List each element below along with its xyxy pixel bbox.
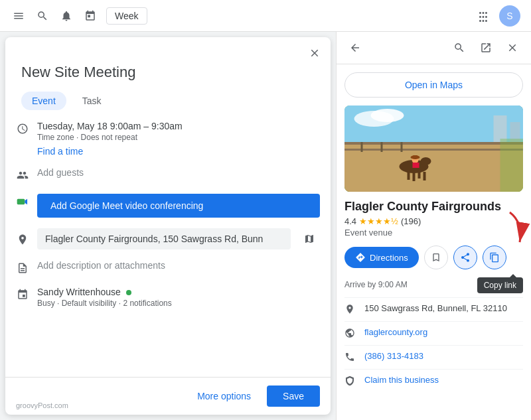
close-button[interactable] bbox=[304, 42, 325, 64]
open-in-maps-button[interactable]: Open in Maps bbox=[344, 72, 523, 98]
map-expand-icon[interactable] bbox=[299, 228, 320, 249]
svg-rect-24 bbox=[494, 115, 507, 142]
maps-header bbox=[337, 32, 531, 64]
close-maps-icon[interactable] bbox=[502, 37, 523, 58]
event-panel-header bbox=[5, 37, 331, 64]
bookmark-button[interactable] bbox=[424, 245, 448, 269]
calendar-icon[interactable] bbox=[82, 8, 98, 24]
calendar-content: Sandy Writtenhouse Busy · Default visibi… bbox=[37, 287, 320, 308]
phone-row: (386) 313-4183 bbox=[344, 345, 523, 369]
save-button[interactable]: Save bbox=[267, 385, 320, 407]
phone-text[interactable]: (386) 313-4183 bbox=[364, 351, 423, 361]
venue-actions: Directions bbox=[344, 245, 523, 269]
back-icon[interactable] bbox=[344, 37, 366, 58]
meet-icon bbox=[16, 195, 29, 208]
datetime-row: Tuesday, May 18 9:00am – 9:30am Time zon… bbox=[5, 115, 331, 162]
main-area: New Site Meeting Event Task Tuesday, May… bbox=[0, 32, 531, 420]
phone-icon bbox=[344, 352, 356, 364]
description-icon bbox=[16, 261, 29, 275]
svg-point-3 bbox=[371, 109, 404, 122]
add-guests-text[interactable]: Add guests bbox=[37, 167, 320, 178]
rating-count: (196) bbox=[401, 216, 421, 226]
tab-event[interactable]: Event bbox=[21, 92, 66, 110]
more-options-button[interactable]: More options bbox=[187, 385, 262, 407]
svg-point-12 bbox=[421, 157, 431, 165]
meet-row: Add Google Meet video conferencing bbox=[5, 188, 331, 223]
clock-icon bbox=[16, 122, 29, 135]
svg-rect-16 bbox=[418, 172, 421, 178]
menu-icon[interactable] bbox=[11, 8, 27, 24]
guests-content: Add guests bbox=[37, 167, 320, 178]
svg-rect-13 bbox=[427, 159, 429, 164]
red-arrow bbox=[496, 209, 530, 251]
svg-rect-8 bbox=[361, 142, 363, 152]
address-row: 150 Sawgrass Rd, Bunnell, FL 32110 bbox=[344, 297, 523, 321]
description-text[interactable]: Add description or attachments bbox=[37, 260, 320, 271]
top-bar: Week S bbox=[0, 0, 531, 32]
website-icon bbox=[344, 328, 356, 340]
maps-content: Open in Maps bbox=[337, 64, 531, 420]
notification-icon[interactable] bbox=[58, 8, 74, 24]
address-icon bbox=[344, 304, 356, 316]
website-row: flaglercounty.org bbox=[344, 321, 523, 345]
datetime-content: Tuesday, May 18 9:00am – 9:30am Time zon… bbox=[37, 121, 320, 157]
svg-rect-9 bbox=[381, 142, 383, 152]
calendar-small-icon bbox=[16, 288, 29, 301]
svg-rect-0 bbox=[17, 199, 25, 204]
guests-icon bbox=[16, 169, 29, 182]
maps-panel: Open in Maps bbox=[336, 32, 531, 420]
search-maps-icon[interactable] bbox=[449, 37, 470, 58]
week-selector[interactable]: Week bbox=[106, 7, 147, 25]
event-timezone: Time zone · Does not repeat bbox=[37, 133, 320, 142]
svg-rect-26 bbox=[500, 139, 524, 192]
share-button[interactable] bbox=[453, 245, 477, 269]
svg-rect-19 bbox=[413, 163, 419, 168]
venue-image bbox=[344, 105, 523, 192]
location-text[interactable]: Flagler County Fairgrounds, 150 Sawgrass… bbox=[37, 228, 291, 249]
search-icon[interactable] bbox=[35, 8, 50, 24]
event-tabs: Event Task bbox=[5, 92, 331, 110]
calendar-row: Sandy Writtenhouse Busy · Default visibi… bbox=[5, 281, 331, 313]
location-row: Flagler County Fairgrounds, 150 Sawgrass… bbox=[5, 223, 331, 255]
svg-rect-17 bbox=[423, 172, 426, 180]
svg-rect-14 bbox=[408, 172, 410, 180]
copy-link-tooltip: Copy link bbox=[477, 277, 523, 293]
location-icon bbox=[16, 233, 29, 246]
svg-rect-15 bbox=[413, 172, 416, 181]
tab-task[interactable]: Task bbox=[72, 92, 112, 110]
directions-label: Directions bbox=[370, 253, 408, 263]
watermark: groovyPost.com bbox=[16, 401, 68, 409]
meet-content: Add Google Meet video conferencing bbox=[37, 194, 320, 218]
add-meet-button[interactable]: Add Google Meet video conferencing bbox=[37, 194, 320, 218]
address-text: 150 Sawgrass Rd, Bunnell, FL 32110 bbox=[364, 303, 507, 313]
grid-icon[interactable] bbox=[475, 8, 491, 24]
svg-rect-6 bbox=[344, 149, 523, 151]
event-title: New Site Meeting bbox=[5, 64, 331, 92]
calendar-detail: Busy · Default visibility · 2 notificati… bbox=[37, 299, 320, 308]
rating-stars: ★★★★½ bbox=[359, 216, 398, 226]
directions-button[interactable]: Directions bbox=[344, 247, 419, 268]
svg-rect-5 bbox=[344, 142, 523, 145]
find-time-link[interactable]: Find a time bbox=[37, 146, 320, 157]
claim-icon bbox=[344, 376, 356, 387]
description-row: Add description or attachments bbox=[5, 255, 331, 281]
event-datetime[interactable]: Tuesday, May 18 9:00am – 9:30am bbox=[37, 121, 320, 131]
description-content: Add description or attachments bbox=[37, 260, 320, 271]
svg-rect-21 bbox=[414, 155, 417, 159]
claim-text[interactable]: Claim this business bbox=[364, 375, 439, 385]
open-external-icon[interactable] bbox=[475, 37, 496, 58]
svg-rect-10 bbox=[401, 142, 403, 152]
rating-number: 4.4 bbox=[344, 216, 356, 226]
claim-row: Claim this business bbox=[344, 369, 523, 393]
user-avatar[interactable]: S bbox=[499, 5, 520, 27]
event-panel: New Site Meeting Event Task Tuesday, May… bbox=[5, 37, 331, 415]
website-text[interactable]: flaglercounty.org bbox=[364, 327, 427, 337]
guests-row: Add guests bbox=[5, 162, 331, 188]
online-indicator bbox=[126, 290, 131, 295]
calendar-owner: Sandy Writtenhouse bbox=[37, 287, 320, 297]
